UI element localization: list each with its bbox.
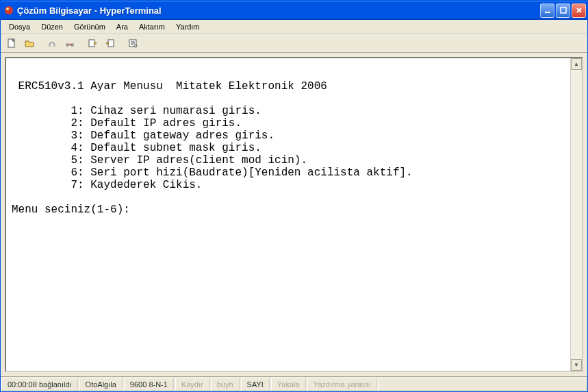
menu-search[interactable]: Ara — [111, 21, 133, 32]
status-num: SAYI — [241, 378, 270, 391]
svg-rect-8 — [53, 45, 55, 47]
toolbar — [1, 34, 587, 53]
svg-point-18 — [134, 45, 137, 47]
send-icon[interactable] — [86, 36, 99, 50]
titlebar: Çözüm Bilgisayar - HyperTerminal — [1, 1, 587, 20]
status-connection: 00:00:08 bağlanıldı — [1, 378, 78, 391]
terminal-prompt: Menu seciniz(1-6): — [12, 204, 130, 216]
menu-option-5: 5: Server IP adres(client mod icin). — [12, 154, 307, 167]
vertical-scrollbar[interactable]: ▲ ▼ — [570, 58, 582, 371]
svg-point-1 — [6, 8, 9, 10]
connect-icon[interactable] — [45, 36, 59, 50]
svg-rect-7 — [49, 45, 51, 47]
menu-file[interactable]: Dosya — [3, 21, 36, 32]
menu-option-1: 1: Cihaz seri numarasi giris. — [12, 105, 261, 117]
svg-rect-10 — [71, 44, 73, 46]
statusbar: 00:00:08 bağlanıldı OtoAlgıla 9600 8-N-1… — [1, 376, 587, 391]
receive-icon[interactable] — [103, 36, 117, 50]
menubar: Dosya Düzen Görünüm Ara Aktarım Yardım — [1, 20, 587, 34]
svg-point-0 — [5, 6, 13, 14]
svg-rect-9 — [66, 44, 68, 46]
new-icon[interactable] — [5, 36, 18, 50]
terminal-output[interactable]: ERC510v3.1 Ayar Menusu Mitatek Elektroni… — [6, 58, 570, 371]
close-button[interactable] — [572, 3, 586, 18]
menu-option-6: 6: Seri port hizi(Baudrate)[Yeniden acil… — [12, 167, 413, 179]
content-area: ERC510v3.1 Ayar Menusu Mitatek Elektroni… — [1, 53, 587, 376]
menu-edit[interactable]: Düzen — [36, 21, 68, 32]
terminal-header: ERC510v3.1 Ayar Menusu Mitatek Elektroni… — [12, 80, 327, 93]
menu-transfer[interactable]: Aktarım — [133, 21, 170, 32]
status-conn-text: bağlanıldı — [39, 380, 72, 389]
minimize-button[interactable] — [540, 3, 554, 18]
app-icon — [3, 5, 14, 16]
scroll-down-arrow[interactable]: ▼ — [571, 359, 582, 371]
status-caps: büyh — [211, 378, 240, 391]
status-capture: Yakala — [271, 378, 306, 391]
window-title: Çözüm Bilgisayar - HyperTerminal — [17, 5, 540, 16]
scroll-up-arrow[interactable]: ▲ — [571, 58, 582, 70]
status-echo: Yazdırma yankısı — [307, 378, 377, 391]
status-scroll: Kaydır — [175, 378, 209, 391]
menu-option-2: 2: Default IP adres giris. — [12, 117, 242, 130]
status-port: 9600 8-N-1 — [124, 378, 174, 391]
status-time: 00:00:08 — [8, 380, 37, 389]
svg-rect-13 — [108, 40, 114, 47]
menu-view[interactable]: Görünüm — [68, 21, 111, 32]
svg-rect-12 — [89, 40, 94, 47]
menu-help[interactable]: Yardım — [170, 21, 205, 32]
properties-icon[interactable] — [126, 36, 140, 50]
terminal-frame: ERC510v3.1 Ayar Menusu Mitatek Elektroni… — [5, 57, 583, 372]
open-icon[interactable] — [23, 36, 36, 50]
menu-option-3: 3: Default gateway adres giris. — [12, 130, 274, 142]
maximize-button[interactable] — [556, 3, 570, 18]
status-spacer — [379, 378, 587, 391]
scroll-track[interactable] — [571, 70, 582, 359]
menu-option-7: 7: Kaydederek Cikis. — [12, 179, 202, 191]
svg-rect-2 — [545, 12, 550, 13]
svg-rect-3 — [561, 8, 566, 13]
status-detect: OtoAlgıla — [79, 378, 123, 391]
window-controls — [540, 3, 586, 18]
menu-option-4: 4: Default subnet mask giris. — [12, 142, 261, 154]
disconnect-icon[interactable] — [63, 36, 77, 50]
